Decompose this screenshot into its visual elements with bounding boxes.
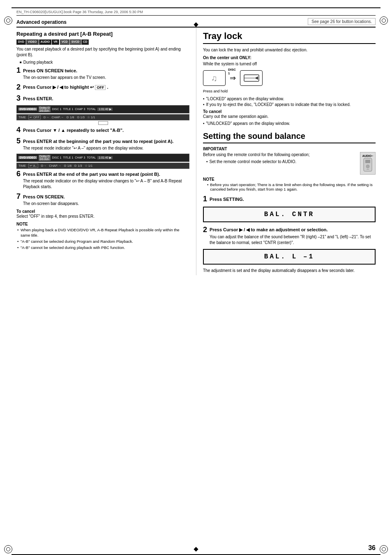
center-only-label: On the center unit ONLY: [203,55,376,60]
svg-rect-6 [367,169,369,170]
svg-rect-4 [365,160,370,163]
important-text: Before using the remote control for the … [203,152,357,158]
step-1-text: Press ON SCREEN twice. [23,68,77,73]
step-4-text: Press Cursor ▼ / ▲ repeatedly to select … [23,127,124,132]
cd-badge: CD [81,39,89,45]
corner-decoration-br [380,545,388,553]
step-7-subtext: The on-screen bar disappears. [23,201,189,207]
step-5: 5 Press ENTER at the beginning of the pa… [16,137,189,151]
bottom-diamond [193,547,199,552]
sound-step-1: 1 Press SETTING. [203,195,376,203]
to-cancel-text: Select "OFF" in step 4, then press ENTER… [16,214,189,219]
step-2: 2 Press Cursor ▶ / ◀ to highlight ↩ OFF … [16,83,189,92]
step-1: 1 Press ON SCREEN twice. The on-screen b… [16,66,189,81]
vr-badge: VR [52,39,59,45]
sound-step-2-subtext: You can adjust the balance of the sound … [210,234,376,246]
audio-badge: AUDIO [39,39,52,45]
tray-lock-intro: You can lock the tray and prohibit unwan… [203,47,376,53]
step-6: 6 Press ENTER at the end of the part you… [16,170,189,190]
to-cancel-label: To cancel [16,209,189,214]
disc-before: ♫ [203,70,226,86]
tray-lock-bullets: • "LOCKED" appears on the display window… [203,97,376,107]
step-5-text: Press ENTER at the beginning of the part… [23,138,173,143]
corner-decoration-tl [4,16,12,25]
disc-shape-before: ♫ [203,70,226,86]
important-content: Before using the remote control for the … [203,152,376,175]
dvd-badge-row: DVD VIDEO AUDIO VR VCD SVCD CD [16,39,189,45]
step-6-text: Press ENTER at the end of the part you w… [23,171,160,176]
step-3-text: Press ENTER. [23,96,53,101]
tray-to-cancel-text: Carry out the same operation again. [203,114,376,120]
important-bullet-item: • Set the remote control mode selector t… [206,159,357,164]
step-7-text: Press ON SCREEN. [23,194,65,199]
content-area: Repeating a desired part [A-B Repeat] DV… [16,28,376,275]
step-2-text: Press Cursor ▶ / ◀ to highlight ↩ OFF . [23,85,108,90]
important-text-area: Before using the remote control for the … [203,152,357,164]
step-4: 4 Press Cursor ▼ / ▲ repeatedly to selec… [16,126,189,134]
sound-balance-title: Setting the sound balance [203,131,376,143]
dvd-status-bar-1: DVD-VIDEO Dolby D2/0.0ch DISC 1 TITLE 1 … [16,105,189,125]
disc-1-label: DISC 1 [228,68,236,75]
step-3: 3 Press ENTER. [16,94,189,103]
unlocked-text-item: • "UNLOCKED" appears on the display wind… [203,121,376,126]
note-1: When playing back a DVD VIDEO/DVD VR, A-… [21,227,189,238]
audio-remote-svg [362,157,374,172]
dvd-status-bar-2: DVD-VIDEO Dolby D2/0.0ch DISC 1 TITLE 1 … [16,154,189,169]
disc-diagram: ♫ DISC 1 ⇒ [203,70,376,86]
tray-bullet-1: • "LOCKED" appears on the display window… [203,97,376,101]
page-reference: See page 26 for button locations. [308,18,376,25]
press-hold-text: Press and hold [203,89,376,93]
page-number: 36 [368,544,376,552]
disc-result-shape [240,70,263,86]
bal-cntr-display: BAL. CNTR [203,207,376,222]
disc-after-container: DISC 1 ⇒ [230,74,236,83]
note-label: NOTE [16,222,189,226]
top-border [12,7,380,8]
note-3: "A-B" cannot be selected during playback… [21,245,189,250]
tray-lock-title: Tray lock [203,31,376,44]
sound-step-2-text: Press Cursor ▶ / ◀ to make an adjustment… [210,227,327,232]
dvd-badge: DVD [16,39,26,45]
svcd-badge: SVCD [70,39,81,45]
section-title: Advanced operations [16,19,67,25]
svg-point-5 [366,165,369,168]
sound-step-1-text: Press SETTING. [210,197,244,202]
sound-balance-important-section: IMPORTANT Before using the remote contro… [203,147,376,191]
final-text: The adjustment is set and the display au… [203,268,376,274]
top-diamond [193,22,199,27]
sound-note-label: NOTE [203,177,376,182]
corner-decoration-bl [4,545,12,553]
repeat-section-heading: Repeating a desired part [A-B Repeat] [16,31,189,37]
step-1-subtext: The on-screen bar appears on the TV scre… [23,75,189,81]
video-badge: VIDEO [26,39,39,45]
page: EN_TH-C906020[USUGUX].book Page 36 Thurs… [0,7,392,555]
step-7: 7 Press ON SCREEN. The on-screen bar dis… [16,192,189,207]
vcd-badge: VCD [60,39,69,45]
sound-step-2: 2 Press Cursor ▶ / ◀ to make an adjustme… [203,226,376,246]
step-6-subtext: The repeat mode indicator on the display… [23,178,189,190]
disc-result-svg [243,72,260,84]
left-column: Repeating a desired part [A-B Repeat] DV… [16,28,196,275]
note-2: "A-B" cannot be selected during Program … [21,239,189,244]
while-off: While the system is turned off [203,61,376,67]
step-5-subtext: The repeat mode indicator "↩ A –" appear… [23,145,189,151]
repeat-intro: You can repeat playback of a desired par… [16,46,189,58]
tray-bullet-2: • If you try to eject the disc, "LOCKED"… [203,102,376,107]
svg-marker-1 [255,76,258,80]
file-info: EN_TH-C906020[USUGUX].book Page 36 Thurs… [16,10,376,16]
bal-l-display: BAL. L –1 [203,249,376,265]
right-column: Tray lock You can lock the tray and proh… [196,28,376,275]
audio-remote-image: AUDIO~ [360,152,376,175]
important-label: IMPORTANT [203,147,376,151]
audio-label: AUDIO~ [362,154,374,157]
disc-arrow-icon: ⇒ [230,74,236,82]
corner-decoration-tr [380,16,388,25]
sound-note-item: • Before you start operation; There is a… [207,182,376,191]
during-playback: During playback [20,60,189,65]
tray-to-cancel-label: To cancel [203,109,376,114]
